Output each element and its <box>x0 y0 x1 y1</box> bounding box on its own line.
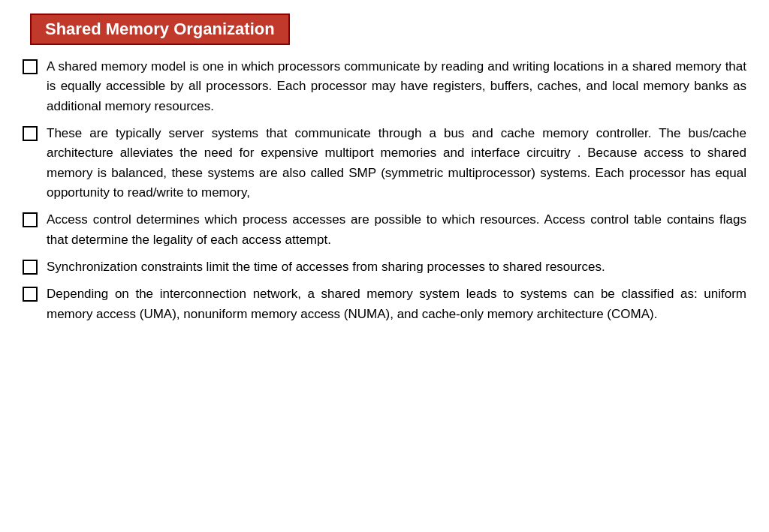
checkbox-icon-1 <box>23 59 38 74</box>
bullet-item-2: These are typically server systems that … <box>23 124 746 203</box>
checkbox-icon-3 <box>23 212 38 227</box>
bullet-list: A shared memory model is one in which pr… <box>23 57 746 324</box>
page-container: Shared Memory Organization A shared memo… <box>0 0 769 532</box>
checkbox-icon-5 <box>23 287 38 302</box>
bullet-text-3: Access control determines which process … <box>47 210 746 250</box>
bullet-text-4: Synchronization constraints limit the ti… <box>47 257 746 277</box>
bullet-item-4: Synchronization constraints limit the ti… <box>23 257 746 277</box>
bullet-text-5: Depending on the interconnection network… <box>47 284 746 324</box>
bullet-text-1: A shared memory model is one in which pr… <box>47 57 746 116</box>
bullet-item-5: Depending on the interconnection network… <box>23 284 746 324</box>
bullet-item-3: Access control determines which process … <box>23 210 746 250</box>
title-box: Shared Memory Organization <box>30 14 290 45</box>
page-title: Shared Memory Organization <box>45 20 275 38</box>
bullet-item-1: A shared memory model is one in which pr… <box>23 57 746 116</box>
bullet-text-2: These are typically server systems that … <box>47 124 746 203</box>
checkbox-icon-2 <box>23 126 38 141</box>
checkbox-icon-4 <box>23 260 38 275</box>
